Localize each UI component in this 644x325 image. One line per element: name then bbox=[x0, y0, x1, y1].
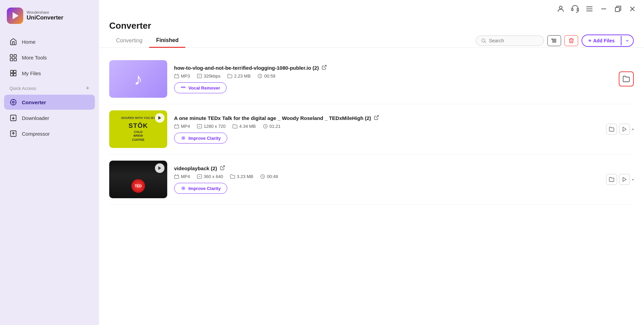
table-row: TED videoplayback (2) bbox=[109, 154, 634, 205]
play-btn-3[interactable] bbox=[619, 174, 630, 185]
file-type-2: MP4 bbox=[174, 124, 190, 129]
topbar bbox=[99, 0, 644, 18]
svg-rect-16 bbox=[572, 9, 573, 11]
clock-icon-2 bbox=[263, 124, 268, 129]
svg-rect-48 bbox=[174, 175, 179, 178]
file-info-1: how-to-vlog-and-not-be-terrified-vloggin… bbox=[174, 65, 606, 93]
add-files-btn[interactable]: + Add Files bbox=[582, 35, 634, 47]
svg-point-53 bbox=[182, 187, 185, 190]
sidebar-label-downloader: Downloader bbox=[22, 115, 49, 121]
quick-access-add-btn[interactable]: + bbox=[86, 85, 89, 92]
restore-icon bbox=[614, 5, 622, 13]
folder-icon-2 bbox=[609, 126, 614, 132]
close-btn[interactable] bbox=[628, 4, 637, 14]
support-btn[interactable] bbox=[570, 4, 580, 14]
downloader-icon bbox=[10, 114, 17, 122]
minimize-btn[interactable] bbox=[599, 4, 609, 14]
trash-icon bbox=[568, 38, 574, 44]
clock-icon-3 bbox=[260, 174, 265, 179]
svg-marker-54 bbox=[623, 177, 626, 181]
clock-icon bbox=[257, 73, 262, 79]
person-icon bbox=[557, 5, 565, 13]
menu-icon bbox=[585, 5, 593, 13]
logo-text: Wondershare UniConverter bbox=[27, 10, 63, 21]
file-type-1: MP3 bbox=[174, 73, 190, 79]
folder-size-icon-2 bbox=[232, 124, 238, 129]
vocal-remover-btn[interactable]: Vocal Remover bbox=[174, 82, 227, 93]
product-name: UniConverter bbox=[27, 14, 63, 21]
play-overlay-3[interactable] bbox=[155, 163, 164, 173]
menu-btn[interactable] bbox=[585, 4, 594, 14]
svg-rect-7 bbox=[11, 73, 13, 76]
svg-rect-1 bbox=[10, 55, 13, 57]
video-icon-3 bbox=[174, 174, 179, 179]
search-box[interactable] bbox=[476, 36, 544, 46]
sidebar-label-converter: Converter bbox=[22, 99, 46, 105]
search-input[interactable] bbox=[489, 38, 533, 43]
restore-btn[interactable] bbox=[613, 4, 623, 14]
folder-btn-3[interactable] bbox=[606, 174, 617, 185]
external-link-icon-3 bbox=[220, 165, 225, 171]
file-actions-right-2: ▾ bbox=[606, 124, 634, 135]
sidebar-item-my-files[interactable]: My Files bbox=[4, 66, 95, 81]
svg-marker-0 bbox=[13, 12, 19, 19]
compressor-icon bbox=[10, 130, 17, 137]
file-type-3: MP4 bbox=[174, 174, 190, 179]
table-row: ♪ how-to-vlog-and-not-be-terrified-vlogg… bbox=[109, 54, 634, 104]
file-list: ♪ how-to-vlog-and-not-be-terrified-vlogg… bbox=[99, 54, 644, 325]
add-files-label: Add Files bbox=[593, 38, 615, 43]
improve-clarity-btn-2[interactable]: Improve Clarity bbox=[174, 133, 227, 144]
play-overlay-2[interactable] bbox=[155, 113, 164, 123]
tab-finished[interactable]: Finished bbox=[149, 34, 185, 48]
play-icon-3 bbox=[157, 166, 162, 171]
chevron-down-icon bbox=[625, 38, 630, 43]
sidebar-label-more-tools: More Tools bbox=[22, 55, 47, 60]
resolution-icon bbox=[197, 124, 202, 129]
add-files-main[interactable]: + Add Files bbox=[582, 35, 621, 46]
sidebar-item-more-tools[interactable]: More Tools bbox=[4, 50, 95, 65]
file-actions-right-3: ▾ bbox=[606, 174, 634, 185]
resolution-icon-3 bbox=[197, 174, 202, 179]
video-icon bbox=[174, 73, 179, 79]
svg-point-9 bbox=[11, 99, 16, 105]
open-file-link-2[interactable] bbox=[374, 115, 379, 121]
folder-btn-1[interactable] bbox=[619, 71, 634, 86]
quick-access-label: Quick Access bbox=[10, 86, 36, 91]
tabs-right: + Add Files bbox=[476, 35, 634, 47]
profile-btn[interactable] bbox=[556, 4, 566, 14]
tab-converting[interactable]: Converting bbox=[109, 34, 149, 48]
open-file-link-1[interactable] bbox=[321, 65, 327, 71]
list-view-btn[interactable] bbox=[547, 35, 561, 46]
file-bitrate-1: 320kbps bbox=[197, 73, 220, 79]
delete-btn[interactable] bbox=[564, 35, 578, 46]
converter-icon bbox=[10, 98, 17, 106]
sidebar-item-downloader[interactable]: Downloader bbox=[4, 110, 95, 125]
clarity-icon bbox=[181, 135, 186, 141]
open-file-link-3[interactable] bbox=[220, 165, 225, 172]
page-title: Converter bbox=[109, 18, 634, 31]
play-btn-2[interactable] bbox=[619, 124, 630, 135]
file-info-3: videoplayback (2) MP4 bbox=[174, 165, 599, 194]
list-view-icon bbox=[551, 38, 557, 44]
bitrate-icon bbox=[197, 73, 202, 79]
sidebar-item-converter[interactable]: Converter bbox=[4, 95, 95, 110]
sidebar-item-compressor[interactable]: Compressor bbox=[4, 126, 95, 141]
folder-size-icon bbox=[227, 73, 232, 79]
music-note-icon: ♪ bbox=[134, 70, 142, 89]
file-size-3: 3.23 MB bbox=[230, 174, 253, 179]
improve-clarity-btn-3[interactable]: Improve Clarity bbox=[174, 183, 227, 194]
table-row: SHARED WITH YOU BY STŌK COLDBREWCOFFEE A… bbox=[109, 104, 634, 154]
minimize-icon bbox=[600, 5, 608, 13]
dropdown-arrow-2[interactable]: ▾ bbox=[632, 127, 634, 131]
file-thumbnail-1: ♪ bbox=[109, 60, 167, 98]
file-meta-2: MP4 1280 x 720 4.34 MB bbox=[174, 124, 599, 129]
dropdown-arrow-3[interactable]: ▾ bbox=[632, 178, 634, 181]
svg-rect-5 bbox=[11, 70, 13, 73]
file-duration-3: 00:48 bbox=[260, 174, 278, 179]
sidebar-item-home[interactable]: Home bbox=[4, 34, 95, 49]
home-icon bbox=[10, 38, 17, 45]
add-files-dropdown-btn[interactable] bbox=[621, 36, 633, 45]
svg-rect-8 bbox=[14, 73, 16, 76]
clarity-icon-3 bbox=[181, 186, 186, 191]
folder-btn-2[interactable] bbox=[606, 124, 617, 135]
